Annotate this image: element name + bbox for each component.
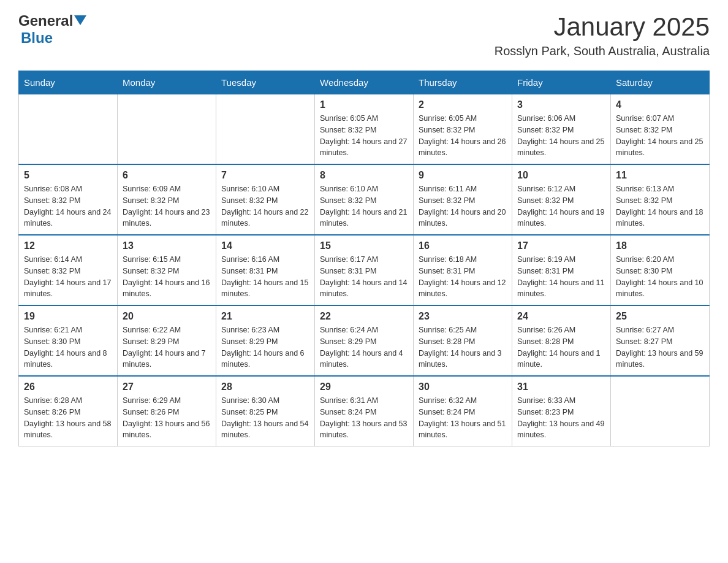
day-number: 6 [123, 170, 211, 181]
table-row: 4Sunrise: 6:07 AM Sunset: 8:32 PM Daylig… [611, 94, 710, 165]
page-header: General Blue January 2025 Rosslyn Park, … [18, 12, 710, 58]
day-info: Sunrise: 6:33 AM Sunset: 8:23 PM Dayligh… [517, 395, 605, 441]
day-number: 26 [24, 381, 112, 393]
table-row: 19Sunrise: 6:21 AM Sunset: 8:30 PM Dayli… [19, 305, 118, 376]
day-info: Sunrise: 6:17 AM Sunset: 8:31 PM Dayligh… [320, 254, 408, 300]
day-number: 15 [320, 240, 408, 251]
table-row: 30Sunrise: 6:32 AM Sunset: 8:24 PM Dayli… [414, 376, 512, 446]
day-number: 27 [123, 381, 211, 393]
day-info: Sunrise: 6:23 AM Sunset: 8:29 PM Dayligh… [221, 324, 309, 370]
col-friday: Friday [512, 71, 611, 94]
day-number: 5 [24, 170, 112, 181]
day-number: 20 [123, 311, 211, 322]
day-number: 11 [616, 170, 704, 181]
table-row: 23Sunrise: 6:25 AM Sunset: 8:28 PM Dayli… [414, 305, 512, 376]
day-info: Sunrise: 6:05 AM Sunset: 8:32 PM Dayligh… [320, 113, 408, 159]
day-number: 17 [517, 240, 605, 251]
day-number: 4 [616, 99, 704, 110]
day-info: Sunrise: 6:07 AM Sunset: 8:32 PM Dayligh… [616, 113, 704, 159]
day-number: 24 [517, 311, 605, 322]
table-row: 10Sunrise: 6:12 AM Sunset: 8:32 PM Dayli… [512, 164, 611, 235]
day-number: 31 [517, 381, 605, 393]
table-row: 9Sunrise: 6:11 AM Sunset: 8:32 PM Daylig… [414, 164, 512, 235]
table-row: 18Sunrise: 6:20 AM Sunset: 8:30 PM Dayli… [611, 235, 710, 305]
logo-general-text: General [18, 12, 73, 29]
logo-blue-text: Blue [21, 29, 53, 47]
table-row: 20Sunrise: 6:22 AM Sunset: 8:29 PM Dayli… [118, 305, 216, 376]
day-number: 30 [419, 381, 507, 393]
calendar-week-row: 12Sunrise: 6:14 AM Sunset: 8:32 PM Dayli… [19, 235, 710, 305]
day-number: 28 [221, 381, 309, 393]
day-info: Sunrise: 6:12 AM Sunset: 8:32 PM Dayligh… [517, 183, 605, 229]
svg-marker-0 [74, 15, 86, 25]
day-info: Sunrise: 6:16 AM Sunset: 8:31 PM Dayligh… [221, 254, 309, 300]
table-row: 27Sunrise: 6:29 AM Sunset: 8:26 PM Dayli… [118, 376, 216, 446]
day-info: Sunrise: 6:21 AM Sunset: 8:30 PM Dayligh… [24, 324, 112, 370]
day-number: 25 [616, 311, 704, 322]
title-area: January 2025 Rosslyn Park, South Austral… [495, 12, 710, 58]
day-number: 18 [616, 240, 704, 251]
table-row: 31Sunrise: 6:33 AM Sunset: 8:23 PM Dayli… [512, 376, 611, 446]
day-number: 21 [221, 311, 309, 322]
calendar-week-row: 1Sunrise: 6:05 AM Sunset: 8:32 PM Daylig… [19, 94, 710, 165]
day-number: 8 [320, 170, 408, 181]
calendar-week-row: 26Sunrise: 6:28 AM Sunset: 8:26 PM Dayli… [19, 376, 710, 446]
col-thursday: Thursday [414, 71, 512, 94]
table-row: 15Sunrise: 6:17 AM Sunset: 8:31 PM Dayli… [315, 235, 414, 305]
table-row: 7Sunrise: 6:10 AM Sunset: 8:32 PM Daylig… [216, 164, 315, 235]
table-row: 3Sunrise: 6:06 AM Sunset: 8:32 PM Daylig… [512, 94, 611, 165]
table-row [19, 94, 118, 165]
day-number: 7 [221, 170, 309, 181]
calendar-table: Sunday Monday Tuesday Wednesday Thursday… [18, 71, 710, 446]
day-info: Sunrise: 6:15 AM Sunset: 8:32 PM Dayligh… [123, 254, 211, 300]
day-info: Sunrise: 6:30 AM Sunset: 8:25 PM Dayligh… [221, 395, 309, 441]
table-row [118, 94, 216, 165]
table-row: 2Sunrise: 6:05 AM Sunset: 8:32 PM Daylig… [414, 94, 512, 165]
day-info: Sunrise: 6:18 AM Sunset: 8:31 PM Dayligh… [419, 254, 507, 300]
day-number: 9 [419, 170, 507, 181]
table-row [216, 94, 315, 165]
day-info: Sunrise: 6:14 AM Sunset: 8:32 PM Dayligh… [24, 254, 112, 300]
day-info: Sunrise: 6:19 AM Sunset: 8:31 PM Dayligh… [517, 254, 605, 300]
day-info: Sunrise: 6:10 AM Sunset: 8:32 PM Dayligh… [320, 183, 408, 229]
day-number: 14 [221, 240, 309, 251]
page-subtitle: Rosslyn Park, South Australia, Australia [495, 44, 710, 58]
day-info: Sunrise: 6:11 AM Sunset: 8:32 PM Dayligh… [419, 183, 507, 229]
col-tuesday: Tuesday [216, 71, 315, 94]
table-row: 6Sunrise: 6:09 AM Sunset: 8:32 PM Daylig… [118, 164, 216, 235]
day-number: 29 [320, 381, 408, 393]
col-monday: Monday [118, 71, 216, 94]
table-row: 29Sunrise: 6:31 AM Sunset: 8:24 PM Dayli… [315, 376, 414, 446]
table-row [611, 376, 710, 446]
table-row: 21Sunrise: 6:23 AM Sunset: 8:29 PM Dayli… [216, 305, 315, 376]
day-info: Sunrise: 6:09 AM Sunset: 8:32 PM Dayligh… [123, 183, 211, 229]
day-info: Sunrise: 6:25 AM Sunset: 8:28 PM Dayligh… [419, 324, 507, 370]
table-row: 12Sunrise: 6:14 AM Sunset: 8:32 PM Dayli… [19, 235, 118, 305]
logo: General Blue [18, 12, 86, 47]
page-title: January 2025 [495, 12, 710, 42]
table-row: 22Sunrise: 6:24 AM Sunset: 8:29 PM Dayli… [315, 305, 414, 376]
table-row: 16Sunrise: 6:18 AM Sunset: 8:31 PM Dayli… [414, 235, 512, 305]
table-row: 11Sunrise: 6:13 AM Sunset: 8:32 PM Dayli… [611, 164, 710, 235]
day-info: Sunrise: 6:22 AM Sunset: 8:29 PM Dayligh… [123, 324, 211, 370]
day-info: Sunrise: 6:08 AM Sunset: 8:32 PM Dayligh… [24, 183, 112, 229]
day-number: 19 [24, 311, 112, 322]
day-info: Sunrise: 6:31 AM Sunset: 8:24 PM Dayligh… [320, 395, 408, 441]
day-info: Sunrise: 6:32 AM Sunset: 8:24 PM Dayligh… [419, 395, 507, 441]
day-info: Sunrise: 6:20 AM Sunset: 8:30 PM Dayligh… [616, 254, 704, 300]
calendar-header-row: Sunday Monday Tuesday Wednesday Thursday… [19, 71, 710, 94]
day-info: Sunrise: 6:29 AM Sunset: 8:26 PM Dayligh… [123, 395, 211, 441]
day-info: Sunrise: 6:24 AM Sunset: 8:29 PM Dayligh… [320, 324, 408, 370]
table-row: 28Sunrise: 6:30 AM Sunset: 8:25 PM Dayli… [216, 376, 315, 446]
day-number: 22 [320, 311, 408, 322]
table-row: 1Sunrise: 6:05 AM Sunset: 8:32 PM Daylig… [315, 94, 414, 165]
calendar-week-row: 5Sunrise: 6:08 AM Sunset: 8:32 PM Daylig… [19, 164, 710, 235]
col-saturday: Saturday [611, 71, 710, 94]
table-row: 25Sunrise: 6:27 AM Sunset: 8:27 PM Dayli… [611, 305, 710, 376]
table-row: 17Sunrise: 6:19 AM Sunset: 8:31 PM Dayli… [512, 235, 611, 305]
table-row: 13Sunrise: 6:15 AM Sunset: 8:32 PM Dayli… [118, 235, 216, 305]
day-info: Sunrise: 6:10 AM Sunset: 8:32 PM Dayligh… [221, 183, 309, 229]
calendar-week-row: 19Sunrise: 6:21 AM Sunset: 8:30 PM Dayli… [19, 305, 710, 376]
day-number: 13 [123, 240, 211, 251]
col-sunday: Sunday [19, 71, 118, 94]
